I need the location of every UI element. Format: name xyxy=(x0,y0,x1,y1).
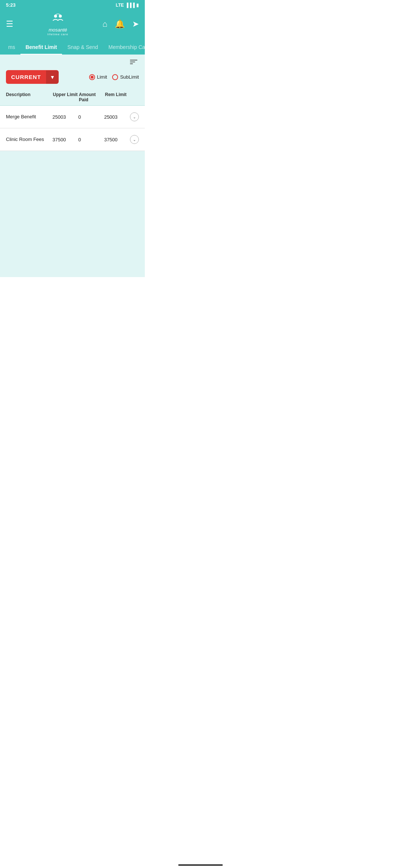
controls-row: CURRENT ▼ Limit SubLimit xyxy=(0,68,145,89)
row-2-amount-paid: 0 xyxy=(78,137,104,142)
table-row: Merge Benefit 25003 0 25003 ⌄ xyxy=(0,106,145,128)
tab-membership-card[interactable]: Membership Card xyxy=(103,40,145,55)
content-area: CURRENT ▼ Limit SubLimit Description Upp… xyxy=(0,55,145,277)
th-amount-paid: Amount Paid xyxy=(79,92,105,102)
th-description: Description xyxy=(6,92,53,102)
filter-button[interactable] xyxy=(128,58,139,66)
tab-benefit-limit[interactable]: Benefit Limit xyxy=(20,40,62,55)
current-dropdown[interactable]: CURRENT ▼ xyxy=(6,70,59,84)
tab-snap-send[interactable]: Snap & Send xyxy=(62,40,103,55)
svg-point-0 xyxy=(54,14,57,17)
radio-limit-label: Limit xyxy=(97,74,107,80)
logo-text: mosanté xyxy=(49,27,67,33)
filter-line-3 xyxy=(130,63,133,64)
th-rem-limit: Rem Limit xyxy=(105,92,131,102)
radio-group: Limit SubLimit xyxy=(89,74,139,80)
filter-lines-icon xyxy=(130,60,137,64)
row-1-amount-paid: 0 xyxy=(78,114,104,120)
logo-sub: lifetime care xyxy=(48,33,68,36)
radio-limit-circle xyxy=(89,74,95,80)
tab-ms[interactable]: ms xyxy=(3,40,20,55)
row-1-description: Merge Benefit xyxy=(6,114,52,120)
filter-row xyxy=(0,55,145,68)
filter-line-1 xyxy=(130,60,137,60)
forward-icon[interactable]: ➤ xyxy=(132,19,139,29)
table-body: Merge Benefit 25003 0 25003 ⌄ Clinic Roo… xyxy=(0,106,145,151)
th-expand xyxy=(131,92,139,102)
header-action-icons: ⌂ 🔔 ➤ xyxy=(102,19,139,29)
home-icon[interactable]: ⌂ xyxy=(102,19,107,29)
row-1-rem-limit: 25003 xyxy=(104,114,130,120)
table-header: Description Upper Limit Amount Paid Rem … xyxy=(0,89,145,106)
status-icons: LTE ▐▐▐ ▮ xyxy=(116,3,139,8)
current-label: CURRENT xyxy=(6,70,46,84)
battery-icon: ▮ xyxy=(136,3,139,8)
status-time: 5:23 xyxy=(6,2,16,8)
table-row: Clinic Room Fees 37500 0 37500 ⌄ xyxy=(0,128,145,151)
row-2-upper-limit: 37500 xyxy=(52,137,78,142)
row-2-description: Clinic Room Fees xyxy=(6,136,52,143)
app-header: ☰ mosanté lifetime care ⌂ 🔔 ➤ xyxy=(0,9,145,40)
radio-limit[interactable]: Limit xyxy=(89,74,107,80)
filter-line-2 xyxy=(130,62,135,62)
radio-sublimit-circle xyxy=(112,74,118,80)
menu-icon[interactable]: ☰ xyxy=(6,19,13,29)
radio-sublimit[interactable]: SubLimit xyxy=(112,74,139,80)
row-1-expand-button[interactable]: ⌄ xyxy=(130,112,139,121)
signal-icon: ▐▐▐ xyxy=(125,3,135,8)
chevron-down-icon: ⌄ xyxy=(133,115,136,119)
svg-point-1 xyxy=(59,14,62,17)
tabs-bar: ms Benefit Limit Snap & Send Membership … xyxy=(0,40,145,55)
radio-sublimit-label: SubLimit xyxy=(120,74,139,80)
lte-icon: LTE xyxy=(116,3,124,8)
chevron-down-icon: ⌄ xyxy=(133,138,136,142)
row-2-expand-button[interactable]: ⌄ xyxy=(130,135,139,144)
status-bar: 5:23 LTE ▐▐▐ ▮ xyxy=(0,0,145,9)
logo-image xyxy=(50,12,65,27)
row-2-rem-limit: 37500 xyxy=(104,137,130,142)
row-1-upper-limit: 25003 xyxy=(52,114,78,120)
dropdown-arrow-icon: ▼ xyxy=(46,70,59,84)
logo: mosanté lifetime care xyxy=(48,12,68,36)
notification-icon[interactable]: 🔔 xyxy=(115,19,125,29)
th-upper-limit: Upper Limit xyxy=(53,92,79,102)
